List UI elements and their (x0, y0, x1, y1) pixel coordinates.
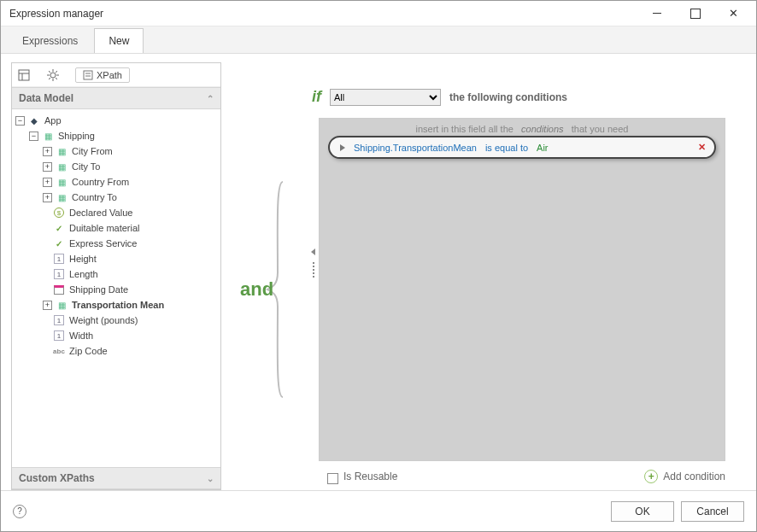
tree-item[interactable]: $Declared Value (15, 205, 220, 220)
tree-icon: ◆ (27, 114, 41, 126)
tree-item[interactable]: ✓Express Service (15, 236, 220, 251)
tree-icon: ▦ (55, 161, 68, 172)
tree-item[interactable]: ✓Duitable material (15, 220, 220, 236)
expand-icon[interactable]: + (43, 193, 52, 202)
if-label: if (312, 88, 321, 106)
tree-label: Duitable material (69, 223, 140, 233)
expand-condition-icon[interactable] (340, 144, 345, 151)
close-button[interactable] (714, 2, 753, 26)
tab-expressions[interactable]: Expressions (8, 28, 92, 53)
tree-icon: ✓ (52, 237, 66, 249)
minimize-button[interactable] (637, 2, 676, 26)
help-icon[interactable]: ? (13, 505, 26, 518)
dialog-footer: ? OK Cancel (1, 490, 756, 531)
add-condition-button[interactable]: + Add condition (644, 470, 725, 483)
tree-icon: ✓ (52, 222, 66, 234)
splitter-dots-icon[interactable] (313, 262, 314, 278)
is-reusable-checkbox[interactable] (327, 473, 338, 484)
ok-button[interactable]: OK (611, 501, 674, 522)
tree-label: Height (69, 254, 97, 264)
tree-icon: ▦ (41, 130, 55, 142)
bottom-row: Is Reusable + Add condition (233, 461, 746, 490)
hint-suffix: that you need (572, 124, 629, 134)
condition-row[interactable]: Shipping.TransportationMean is equal to … (328, 136, 716, 159)
expand-icon[interactable]: + (43, 178, 52, 187)
custom-xpaths-header[interactable]: Custom XPaths ⌄ (12, 467, 220, 489)
svg-point-3 (50, 73, 56, 78)
tree-label: App (44, 115, 62, 126)
tab-strip: Expressions New (1, 26, 756, 54)
delete-condition-icon[interactable]: ✕ (698, 142, 706, 153)
if-row: if All the following conditions (233, 88, 746, 118)
custom-xpaths-title: Custom XPaths (19, 472, 95, 484)
tree-item[interactable]: abcZip Code (15, 343, 220, 359)
tree-label: Declared Value (69, 208, 132, 218)
tree-icon: ▦ (55, 299, 68, 311)
scope-select[interactable]: All (330, 89, 441, 106)
drag-arrow-icon (311, 248, 315, 255)
titlebar: Expression manager (1, 1, 756, 26)
left-panel: XPath Data Model ⌃ −◆App−▦Shipping+▦City… (11, 62, 221, 490)
expand-icon[interactable]: − (29, 132, 38, 141)
svg-rect-12 (84, 71, 92, 79)
right-panel: if All the following conditions and inse… (233, 62, 746, 490)
tree-item[interactable]: +▦Country To (15, 190, 220, 205)
tree-item[interactable]: +▦City From (15, 143, 220, 159)
tree-item[interactable]: Shipping Date (15, 282, 220, 297)
tree-label: Country From (72, 177, 129, 187)
tree-label: Weight (pounds) (69, 315, 138, 325)
data-model-header[interactable]: Data Model ⌃ (12, 87, 220, 109)
conditions-box[interactable]: insert in this field all the conditions … (319, 118, 725, 461)
tree-item[interactable]: 1Weight (pounds) (15, 313, 220, 328)
tree-icon: $ (52, 207, 66, 219)
tree-item[interactable]: 1Width (15, 328, 220, 343)
data-model-icon[interactable] (17, 68, 31, 82)
tree-item[interactable]: +▦Transportation Mean (15, 297, 220, 313)
tree-icon: 1 (52, 330, 66, 342)
tree-item[interactable]: −▦Shipping (15, 128, 220, 143)
add-condition-label: Add condition (663, 471, 725, 482)
tree-icon: ▦ (55, 145, 68, 157)
condition-area: and insert in this field all the conditi… (233, 118, 746, 461)
cancel-button[interactable]: Cancel (681, 501, 744, 522)
tree-icon (52, 284, 66, 295)
expand-icon[interactable]: + (43, 301, 52, 310)
gear-icon[interactable] (46, 68, 60, 82)
data-model-title: Data Model (19, 92, 73, 104)
tree-label: City To (72, 161, 100, 172)
tree-label: City From (72, 146, 113, 156)
tree-icon: 1 (52, 268, 66, 280)
plus-icon: + (644, 470, 658, 483)
expand-icon[interactable]: + (43, 162, 52, 172)
xpath-icon (83, 70, 93, 80)
tree-icon: 1 (52, 314, 66, 326)
tree-item[interactable]: 1Height (15, 251, 220, 266)
tree-item[interactable]: +▦Country From (15, 174, 220, 190)
tree-item[interactable]: 1Length (15, 266, 220, 282)
maximize-button[interactable] (676, 2, 714, 26)
and-label: and (240, 278, 273, 301)
svg-line-9 (56, 78, 57, 79)
condition-field[interactable]: Shipping.TransportationMean (354, 143, 477, 153)
tab-new[interactable]: New (94, 28, 144, 53)
chevron-up-icon: ⌃ (207, 94, 214, 103)
tree-item[interactable]: −◆App (15, 113, 220, 128)
expand-icon[interactable]: − (15, 116, 25, 126)
tree-label: Shipping Date (69, 284, 128, 295)
tree-icon: ▦ (55, 191, 68, 203)
dialog-body: XPath Data Model ⌃ −◆App−▦Shipping+▦City… (1, 54, 756, 490)
condition-value[interactable]: Air (537, 143, 548, 153)
xpath-label: XPath (97, 70, 122, 80)
tree-label: Shipping (58, 131, 95, 141)
tree-label: Country To (72, 192, 117, 202)
hint-prefix: insert in this field all the (416, 124, 513, 134)
tree-label: Zip Code (69, 346, 108, 356)
tree-icon: ▦ (55, 176, 68, 188)
chevron-down-icon: ⌄ (207, 474, 214, 483)
expand-icon[interactable]: + (43, 147, 52, 156)
xpath-button[interactable]: XPath (75, 67, 130, 83)
hint-italic: conditions (521, 124, 564, 134)
tree-item[interactable]: +▦City To (15, 159, 220, 174)
tree-icon: abc (52, 345, 66, 357)
condition-operator[interactable]: is equal to (485, 143, 528, 153)
